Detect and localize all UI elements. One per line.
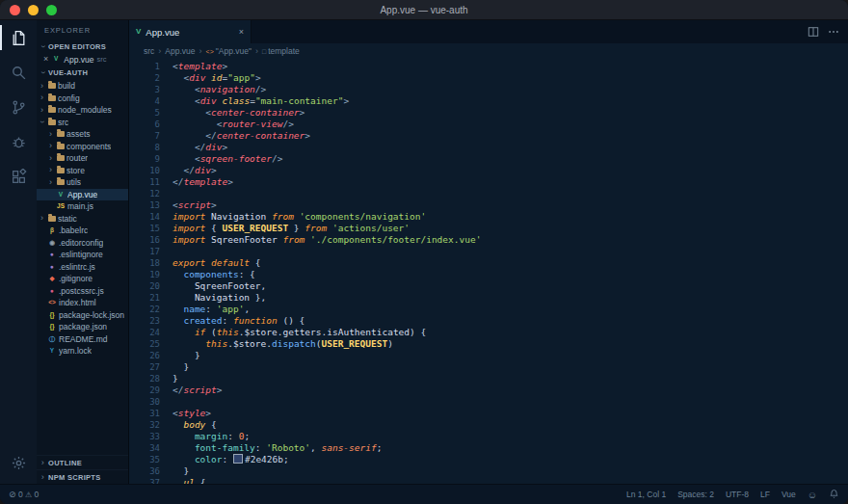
- warnings-icon: [25, 490, 32, 499]
- status-encoding[interactable]: UTF-8: [726, 490, 749, 499]
- tree-file-index.html[interactable]: <>index.html: [37, 297, 128, 309]
- tree-file-yarn.lock[interactable]: Yyarn.lock: [37, 345, 128, 358]
- tree-item-label: .postcssrc.js: [59, 286, 104, 296]
- settings-icon[interactable]: [0, 445, 37, 480]
- tree-folder-assets[interactable]: assets: [37, 128, 128, 141]
- tree-file-.editorconfig[interactable]: ◉.editorconfig: [37, 237, 128, 250]
- tree-file-.eslintrc.js[interactable]: ●.eslintrc.js: [37, 261, 128, 274]
- chevron-right-icon[interactable]: [47, 142, 54, 150]
- code-line-content: created: function () {: [172, 315, 305, 327]
- code-line-content: font-family: 'Roboto', sans-serif;: [172, 442, 382, 454]
- breadcrumb-item[interactable]: <>"App.vue": [206, 46, 252, 56]
- tree-file-.babelrc[interactable]: β.babelrc: [37, 225, 128, 237]
- more-actions-icon[interactable]: [828, 26, 839, 38]
- line-number: 7: [129, 130, 172, 142]
- code-editor[interactable]: 1<template>2 <div id="app">3 <navigation…: [129, 59, 848, 484]
- code-line: 31<style>: [129, 408, 848, 419]
- open-editors-header[interactable]: OPEN EDITORS: [37, 40, 128, 53]
- open-editor-item[interactable]: V App.vue src: [37, 53, 128, 66]
- code-line-content: <div class="main-container">: [172, 95, 349, 107]
- status-language-mode[interactable]: Vue: [782, 490, 796, 499]
- line-number: 20: [129, 280, 172, 292]
- problems-indicator[interactable]: 0 0: [9, 490, 39, 499]
- debug-icon[interactable]: [0, 124, 37, 159]
- tree-folder-utils[interactable]: utils: [37, 176, 128, 189]
- close-window-button[interactable]: [10, 5, 20, 15]
- chevron-right-icon[interactable]: [39, 106, 45, 115]
- project-section-header[interactable]: VUE-AUTH: [37, 66, 128, 79]
- explorer-icon[interactable]: [0, 20, 37, 55]
- tree-file-.gitignore[interactable]: ◆.gitignore: [37, 273, 128, 285]
- folder-icon: [57, 155, 65, 161]
- code-token: }: [172, 350, 200, 360]
- tree-file-.eslintignore[interactable]: ●.eslintignore: [37, 249, 128, 261]
- tree-item-label: package.json: [59, 322, 107, 332]
- chevron-right-icon[interactable]: [47, 178, 54, 187]
- source-control-icon[interactable]: [0, 90, 37, 124]
- tree-folder-static[interactable]: static: [37, 213, 128, 225]
- tree-folder-router[interactable]: router: [37, 152, 128, 165]
- breadcrumb-item[interactable]: App.vue: [165, 46, 195, 56]
- code-token: style: [178, 408, 206, 418]
- status-indent-setting[interactable]: Spaces: 2: [677, 490, 714, 499]
- code-token: sans-serif: [321, 442, 376, 453]
- chevron-right-icon[interactable]: [39, 214, 45, 223]
- tree-item-label: README.md: [59, 334, 108, 344]
- chevron-right-icon[interactable]: [39, 82, 45, 91]
- error-count: 0: [18, 490, 23, 499]
- chevron-right-icon[interactable]: [47, 166, 54, 174]
- tree-file-App.vue[interactable]: VApp.vue: [37, 189, 128, 201]
- code-line: 1<template>: [129, 61, 848, 72]
- chevron-right-icon[interactable]: [47, 154, 54, 163]
- chevron-right-icon[interactable]: [39, 93, 45, 102]
- line-number: 19: [129, 269, 172, 280]
- code-token: [172, 338, 205, 349]
- notifications-bell-icon[interactable]: [829, 489, 839, 501]
- code-token: [172, 130, 205, 141]
- folder-icon: [57, 168, 65, 173]
- line-number: 9: [129, 153, 172, 165]
- tree-folder-config[interactable]: config: [37, 93, 128, 105]
- tree-file-README.md[interactable]: ⓘREADME.md: [37, 333, 128, 346]
- code-token: >: [255, 72, 261, 83]
- activity-bar-top: [0, 20, 37, 194]
- extensions-icon[interactable]: [0, 159, 37, 194]
- close-icon[interactable]: [43, 55, 48, 64]
- minimize-window-button[interactable]: [28, 5, 39, 15]
- tree-folder-node_modules[interactable]: node_modules: [37, 104, 128, 117]
- code-line: 37 ul {: [129, 477, 848, 484]
- code-token: [172, 107, 205, 118]
- line-number: 1: [129, 61, 172, 72]
- chevron-right-icon[interactable]: [47, 130, 54, 139]
- breadcrumb-item[interactable]: □template: [262, 46, 300, 56]
- tree-file-package-lock.json[interactable]: {}package-lock.json: [37, 309, 128, 322]
- status-eol-setting[interactable]: LF: [760, 490, 770, 499]
- code-line-content: this.$store.dispatch(USER_REQUEST): [172, 338, 393, 350]
- tree-file-package.json[interactable]: {}package.json: [37, 321, 128, 333]
- tree-file-.postcssrc.js[interactable]: ●.postcssrc.js: [37, 285, 128, 298]
- tab-close-icon[interactable]: [239, 28, 244, 37]
- code-line-content: </div>: [172, 142, 227, 153]
- tree-folder-store[interactable]: store: [37, 165, 128, 177]
- tab-app-vue[interactable]: V App.vue: [129, 20, 252, 43]
- tree-item-label: .editorconfig: [59, 238, 103, 248]
- tree-file-main.js[interactable]: JSmain.js: [37, 200, 128, 213]
- status-cursor-position[interactable]: Ln 1, Col 1: [626, 490, 666, 499]
- zoom-window-button[interactable]: [46, 5, 57, 15]
- chevron-down-icon[interactable]: [38, 119, 46, 125]
- search-icon[interactable]: [0, 55, 37, 90]
- tree-item-label: index.html: [59, 298, 96, 307]
- outline-section-header[interactable]: OUTLINE: [37, 455, 128, 469]
- chevron-right-icon: [255, 46, 258, 56]
- feedback-smiley-icon[interactable]: [808, 490, 817, 500]
- tree-folder-src[interactable]: src: [37, 117, 128, 129]
- breadcrumb-item[interactable]: src: [144, 46, 154, 56]
- tree-folder-build[interactable]: build: [37, 80, 128, 93]
- split-editor-icon[interactable]: [808, 26, 819, 38]
- code-token: ,: [244, 304, 250, 314]
- tree-folder-components[interactable]: components: [37, 141, 128, 153]
- folder-icon: [48, 107, 56, 113]
- code-token: ;: [377, 442, 383, 453]
- code-token: >: [205, 408, 211, 418]
- npm-scripts-section-header[interactable]: NPM SCRIPTS: [37, 469, 128, 484]
